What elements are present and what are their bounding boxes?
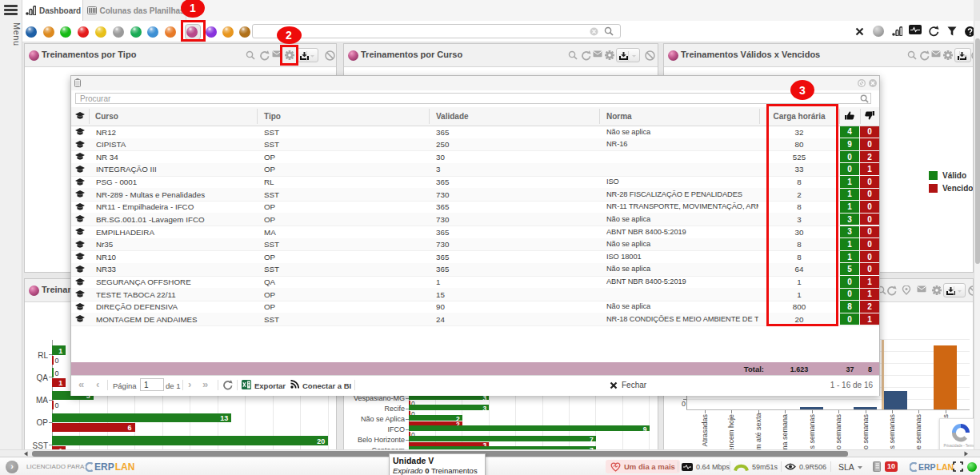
scroll-right-icon[interactable] <box>963 451 969 457</box>
first-page-button[interactable]: « <box>78 378 82 390</box>
table-row[interactable]: NR12SST365Não se aplica3240 <box>71 126 879 139</box>
chart-bars-icon[interactable] <box>892 26 902 37</box>
download-button[interactable] <box>616 48 640 62</box>
refresh-icon[interactable] <box>919 50 930 61</box>
refresh-icon[interactable] <box>259 50 270 61</box>
close-button-label[interactable]: Fechar <box>622 381 646 389</box>
caret-down-icon[interactable] <box>310 54 315 58</box>
clear-icon[interactable] <box>590 27 598 36</box>
vertical-scrollbar-thumb[interactable] <box>975 38 980 264</box>
notebook-icon[interactable] <box>872 461 881 472</box>
close-icon[interactable] <box>855 27 864 36</box>
download-button[interactable] <box>297 48 318 62</box>
refresh-icon[interactable] <box>581 50 591 61</box>
menu-label[interactable]: Menu <box>0 22 22 46</box>
dashboard-orb-8[interactable] <box>147 26 158 38</box>
column-header-4[interactable]: Norma <box>606 112 632 121</box>
search-icon[interactable] <box>246 50 255 60</box>
table-row[interactable]: MONTAGEM DE ANDAIMESSST24NR-18 CONDIÇÕES… <box>71 313 879 326</box>
table-row[interactable]: NR-289 - Multas e PenalidadesSST730NR-28… <box>71 188 879 202</box>
mail-icon[interactable] <box>917 285 926 295</box>
refresh-icon[interactable] <box>222 380 233 390</box>
next-page-button[interactable]: › <box>188 378 190 390</box>
dashboard-orb-6[interactable] <box>113 26 124 38</box>
table-row[interactable]: DIREÇÃO DEFENSIVAOP90Não se aplica80082 <box>71 301 879 314</box>
prev-page-button[interactable]: ‹ <box>96 378 98 390</box>
excel-icon[interactable] <box>242 380 251 389</box>
expand-button[interactable]: › <box>6 461 18 473</box>
dashboard-orb-7[interactable] <box>130 26 142 38</box>
block-circle-icon[interactable] <box>858 79 866 87</box>
mail-icon[interactable] <box>593 50 602 60</box>
filter-icon[interactable] <box>947 26 957 36</box>
search-icon[interactable] <box>860 94 869 103</box>
table-row[interactable]: BR.SG.001.01 -Lavagem IFCOOP730Não se ap… <box>71 213 879 226</box>
dashboard-orb-9[interactable] <box>165 26 176 38</box>
dashboard-orb-2[interactable] <box>43 26 54 38</box>
column-header-3[interactable]: Validade <box>436 112 469 121</box>
dashboard-orb-3[interactable] <box>60 26 71 38</box>
table-row[interactable]: INTEGRAÇÃO IIIOP33301 <box>71 163 879 177</box>
table-row[interactable]: CIPISTASST250NR-168090 <box>71 138 879 152</box>
refresh-icon[interactable] <box>928 26 939 37</box>
table-row[interactable]: PSG - 0001RL365ISO810 <box>71 176 879 190</box>
caret-down-icon[interactable] <box>857 465 863 469</box>
gear-icon[interactable] <box>932 285 942 295</box>
table-row[interactable]: NR 34OP3052502 <box>71 150 879 164</box>
notification-badge[interactable]: 10 <box>885 461 898 472</box>
caret-down-icon[interactable] <box>962 54 968 58</box>
connect-bi-button[interactable]: Conectar a BI <box>302 381 351 390</box>
dashboard-orb-13[interactable] <box>239 26 250 38</box>
close-x-icon[interactable] <box>610 381 618 389</box>
popup-search-input[interactable] <box>75 93 871 104</box>
dashboard-orb-4[interactable] <box>78 26 89 38</box>
search-icon[interactable] <box>604 26 614 36</box>
block-icon[interactable] <box>325 50 335 61</box>
table-row[interactable]: SEGURANÇA OFFSHOREQA1ABNT NBR 8400-5:201… <box>71 276 879 289</box>
table-row[interactable]: NR10OP365ISO 18001810 <box>71 250 879 264</box>
table-row[interactable]: Nr35SST730Não se aplica810 <box>71 238 879 252</box>
clipboard-icon[interactable] <box>74 78 81 87</box>
dashboard-orb-1[interactable] <box>26 26 37 38</box>
dashboard-orb-12[interactable] <box>222 26 234 38</box>
gear-icon[interactable] <box>605 50 614 60</box>
scroll-left-icon[interactable] <box>23 451 29 457</box>
dashboard-orb-11[interactable] <box>206 26 217 38</box>
page-number-input[interactable] <box>140 378 164 391</box>
sla-label[interactable]: SLA <box>838 457 854 475</box>
dashboard-orb-5[interactable] <box>95 26 106 38</box>
hamburger-menu-icon[interactable] <box>4 5 18 15</box>
caret-down-icon[interactable] <box>631 54 637 58</box>
extra-day-badge[interactable]: Um dia a mais <box>606 460 680 473</box>
thumbs-down-icon[interactable] <box>865 111 874 120</box>
block-icon[interactable] <box>645 50 655 61</box>
download-button[interactable] <box>943 283 966 297</box>
close-circle-icon[interactable] <box>869 79 877 87</box>
block-icon[interactable] <box>968 285 974 296</box>
tab-colunas-das-planilhas[interactable]: Colunas das Planilhas <box>83 0 186 21</box>
caret-down-icon[interactable] <box>957 289 962 293</box>
fullscreen-icon[interactable] <box>953 461 963 472</box>
table-row[interactable]: EMPILHADEIRAMA365ABNT NBR 8400-5:2019303… <box>71 226 879 239</box>
table-row[interactable]: NR33SST365Não se aplica6450 <box>71 263 879 277</box>
gear-icon[interactable] <box>943 50 953 60</box>
export-button[interactable]: Exportar <box>254 381 286 390</box>
column-header-2[interactable]: Tipo <box>264 112 281 121</box>
table-row[interactable]: TESTE TABOCA 22/11OP15101 <box>71 288 879 301</box>
search-icon[interactable] <box>568 50 578 60</box>
thumbs-up-icon[interactable] <box>845 111 854 120</box>
vertical-scrollbar[interactable] <box>974 21 980 449</box>
column-header-1[interactable]: Curso <box>95 112 118 121</box>
global-search-input[interactable] <box>252 24 621 38</box>
activity-icon[interactable] <box>909 25 922 38</box>
refresh-icon[interactable] <box>886 285 897 296</box>
download-button[interactable] <box>954 48 971 62</box>
table-row[interactable]: NR11 - Empilhadeira - IFCOOP365NR-11 TRA… <box>71 201 879 214</box>
last-page-button[interactable]: » <box>202 378 206 390</box>
tab-dashboard[interactable]: Dashboard <box>22 0 83 21</box>
location-pin-icon[interactable] <box>902 285 911 295</box>
rss-icon[interactable] <box>290 380 299 389</box>
search-icon[interactable] <box>907 50 917 60</box>
sphere-icon[interactable] <box>873 26 884 37</box>
mail-icon[interactable] <box>931 50 941 60</box>
